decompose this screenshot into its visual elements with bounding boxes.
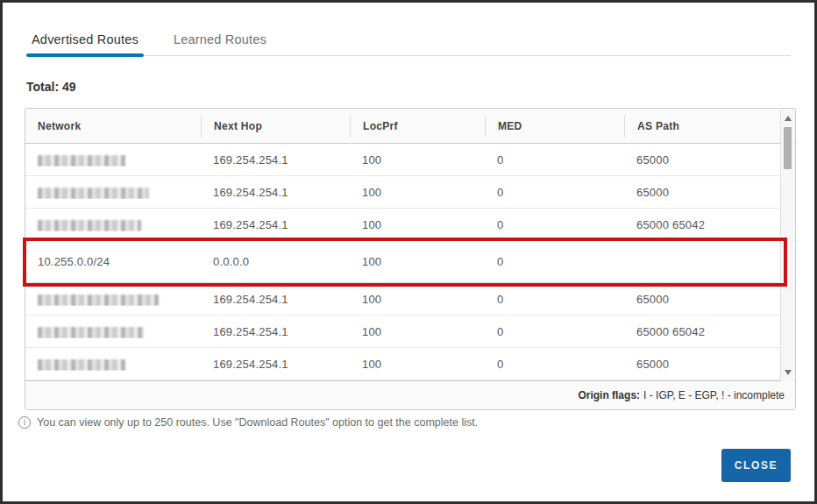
cell-next-hop: 169.254.254.1 — [201, 325, 350, 338]
table-row: 169.254.254.1100065000 — [25, 348, 795, 380]
table-row: 169.254.254.1100065000 — [25, 176, 795, 209]
cell-next-hop: 169.254.254.1 — [201, 358, 350, 371]
column-header-next-hop: Next Hop — [201, 115, 350, 138]
close-button[interactable]: CLOSE — [721, 449, 791, 482]
table-scrollbar[interactable] — [780, 110, 794, 381]
cell-next-hop: 169.254.254.1 — [201, 293, 350, 306]
total-count: Total: 49 — [26, 80, 76, 94]
cell-next-hop: 169.254.254.1 — [201, 218, 350, 231]
cell-med: 0 — [485, 186, 624, 199]
cell-locprf: 100 — [350, 293, 485, 306]
cell-locprf: 100 — [350, 255, 485, 268]
cell-network — [25, 217, 201, 231]
table-body: 169.254.254.1100065000169.254.254.110006… — [25, 144, 795, 380]
cell-locprf: 100 — [350, 218, 485, 231]
total-label: Total: — [26, 80, 59, 94]
table-row: 169.254.254.1100065000 — [25, 144, 795, 176]
tab-learned-routes[interactable]: Learned Routes — [168, 32, 272, 55]
cell-network: 10.255.0.0/24 — [25, 255, 201, 268]
tab-bar: Advertised Routes Learned Routes — [26, 27, 791, 56]
redacted-network-value — [38, 327, 144, 338]
cell-network — [25, 185, 201, 198]
origin-flags-legend: Origin flags: I - IGP, E - EGP, ! - inco… — [25, 380, 795, 409]
total-value: 49 — [62, 80, 76, 94]
scrollbar-thumb[interactable] — [784, 127, 792, 169]
column-header-locprf: LocPrf — [350, 115, 485, 138]
origin-flags-label: Origin flags: — [578, 389, 640, 401]
routes-dialog: Advertised Routes Learned Routes Total: … — [0, 0, 817, 504]
cell-med: 0 — [485, 325, 624, 338]
redacted-network-value — [38, 155, 125, 167]
cell-as-path: 65000 — [624, 293, 780, 306]
tab-advertised-routes[interactable]: Advertised Routes — [26, 32, 144, 55]
cell-med: 0 — [485, 153, 624, 167]
redacted-network-value — [38, 188, 149, 199]
cell-as-path: 65000 65042 — [624, 325, 780, 338]
cell-as-path: 65000 — [624, 358, 780, 371]
cell-next-hop: 169.254.254.1 — [201, 186, 350, 199]
redacted-network-value — [38, 359, 125, 371]
table-row-highlighted: 10.255.0.0/240.0.0.01000 — [25, 241, 795, 283]
cell-as-path: 65000 — [624, 186, 780, 199]
column-header-as-path: AS Path — [624, 115, 780, 138]
table-row: 169.254.254.1100065000 — [25, 283, 795, 316]
cell-locprf: 100 — [350, 153, 485, 167]
routes-limit-note: i You can view only up to 250 routes. Us… — [18, 416, 478, 429]
cell-network — [25, 292, 201, 305]
info-icon: i — [18, 416, 31, 429]
cell-med: 0 — [485, 255, 624, 268]
column-header-network: Network — [25, 115, 201, 138]
routes-table: Network Next Hop LocPrf MED AS Path 169.… — [25, 108, 796, 410]
cell-next-hop: 169.254.254.1 — [201, 153, 350, 167]
redacted-network-value — [38, 295, 159, 306]
cell-med: 0 — [485, 293, 624, 306]
cell-network — [25, 324, 201, 337]
triangle-up-icon — [785, 116, 792, 121]
table-row: 169.254.254.1100065000 65042 — [25, 316, 795, 348]
origin-flags-text: I - IGP, E - EGP, ! - incomplete — [643, 389, 785, 401]
table-header-row: Network Next Hop LocPrf MED AS Path — [25, 109, 795, 144]
cell-locprf: 100 — [350, 186, 485, 199]
cell-network — [25, 153, 201, 166]
cell-locprf: 100 — [350, 325, 485, 338]
column-header-med: MED — [485, 115, 624, 138]
scrollbar-down-arrow[interactable] — [781, 366, 794, 380]
scrollbar-up-arrow[interactable] — [781, 111, 794, 125]
triangle-down-icon — [785, 370, 792, 375]
cell-as-path: 65000 65042 — [624, 218, 780, 231]
redacted-network-value — [38, 220, 141, 231]
cell-as-path: 65000 — [624, 153, 780, 167]
cell-med: 0 — [485, 218, 624, 231]
cell-next-hop: 0.0.0.0 — [201, 255, 350, 268]
table-row: 169.254.254.1100065000 65042 — [25, 209, 795, 241]
cell-locprf: 100 — [350, 358, 485, 371]
cell-network — [25, 357, 201, 370]
cell-med: 0 — [485, 358, 624, 371]
note-text: You can view only up to 250 routes. Use … — [37, 416, 478, 429]
